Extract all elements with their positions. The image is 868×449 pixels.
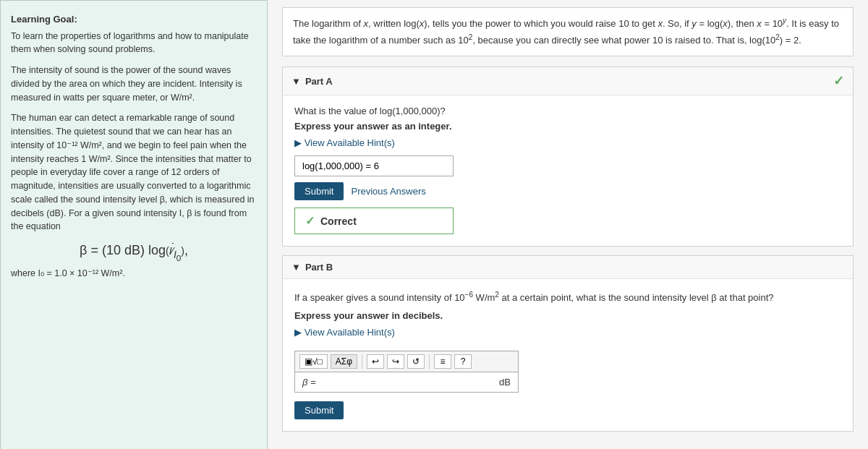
part-b-collapse-icon: ▼ — [292, 262, 301, 273]
info-box: The logarithm of x, written log(x), tell… — [282, 7, 854, 56]
toolbar-separator-2 — [429, 354, 430, 369]
part-b-label: Part B — [305, 262, 333, 273]
learning-goal-text: To learn the properties of logarithms an… — [11, 30, 257, 57]
correct-check-icon: ✓ — [305, 214, 315, 228]
part-a-answer-input[interactable] — [294, 155, 454, 176]
math-btn-redo[interactable]: ↪ — [387, 354, 404, 369]
math-btn-undo[interactable]: ↩ — [367, 354, 384, 369]
part-a-label: Part A — [305, 76, 333, 87]
beta-equation: β = (10 dB) log(I⁄I0), — [11, 241, 257, 264]
math-btn-help[interactable]: ? — [454, 354, 472, 369]
part-a-previous-answers-link[interactable]: Previous Answers — [351, 186, 425, 197]
main-content: The logarithm of x, written log(x), tell… — [268, 0, 868, 449]
intensity-text: The intensity of sound is the power of t… — [11, 64, 257, 104]
part-a-section: ▼ Part A ✓ What is the value of log(1,00… — [282, 67, 854, 247]
learning-goal-heading: Learning Goal: — [11, 12, 257, 27]
math-btn-sqrt[interactable]: ▣√□ — [299, 354, 328, 369]
part-a-header[interactable]: ▼ Part A ✓ — [283, 67, 853, 95]
part-a-action-row: Submit Previous Answers — [294, 182, 841, 200]
part-b-question: If a speaker gives a sound intensity of … — [294, 289, 841, 306]
part-a-collapse-icon: ▼ — [292, 76, 301, 87]
sidebar: Learning Goal: To learn the properties o… — [0, 0, 268, 449]
part-b-section: ▼ Part B If a speaker gives a sound inte… — [282, 255, 854, 432]
beta-label: β = — [302, 377, 316, 388]
part-b-submit-button[interactable]: Submit — [294, 401, 344, 419]
unit-label: dB — [499, 377, 511, 388]
part-a-hint-link[interactable]: View Available Hint(s) — [294, 137, 395, 148]
human-ear-text: The human ear can detect a remarkable ra… — [11, 111, 257, 234]
part-b-instruction: Express your answer in decibels. — [294, 310, 841, 321]
part-a-submit-button[interactable]: Submit — [294, 182, 344, 200]
where-text: where I₀ = 1.0 × 10⁻¹² W/m². — [11, 267, 257, 281]
part-a-body: What is the value of log(1,000,000)? Exp… — [283, 95, 853, 246]
part-b-hint-link[interactable]: View Available Hint(s) — [294, 327, 395, 338]
part-a-question: What is the value of log(1,000,000)? — [294, 106, 841, 116]
part-b-answer-input[interactable] — [320, 377, 493, 388]
math-btn-greek[interactable]: ΑΣφ — [331, 354, 357, 369]
part-b-body: If a speaker gives a sound intensity of … — [283, 279, 853, 431]
part-b-header[interactable]: ▼ Part B — [283, 256, 853, 279]
toolbar-separator — [362, 354, 362, 369]
part-a-instruction: Express your answer as an integer. — [294, 121, 841, 132]
correct-label: Correct — [320, 215, 357, 227]
math-toolbar: ▣√□ ΑΣφ ↩ ↪ ↺ ≡ ? — [294, 351, 519, 372]
correct-banner: ✓ Correct — [294, 208, 454, 234]
math-btn-list[interactable]: ≡ — [434, 354, 451, 369]
math-btn-refresh[interactable]: ↺ — [407, 354, 425, 369]
part-a-checkmark: ✓ — [833, 73, 844, 89]
part-a-answer-row — [294, 155, 841, 176]
math-input-row: β = dB — [294, 372, 519, 393]
